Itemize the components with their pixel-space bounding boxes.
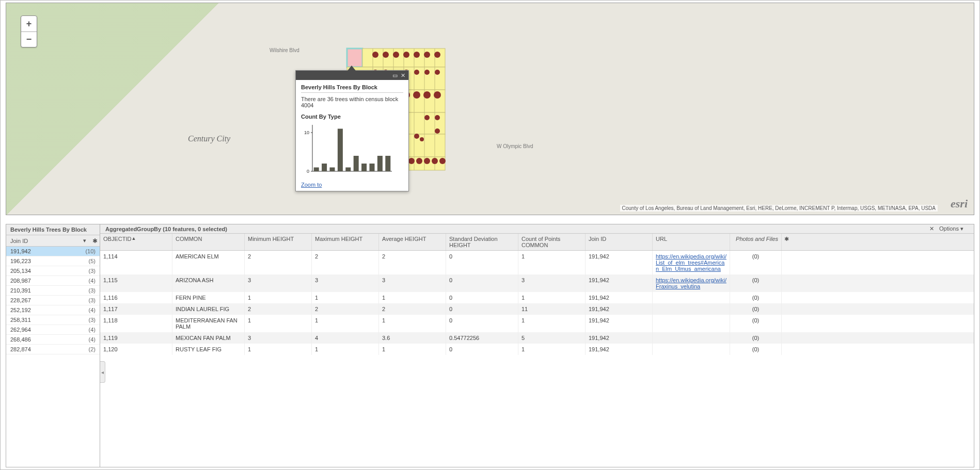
right-panel-title: AggregatedGroupBy (10 features, 0 select… [105, 226, 227, 232]
col-avg-height[interactable]: Average HEIGHT [379, 234, 446, 250]
cell-join: 191,942 [586, 303, 653, 315]
cell-max: 2 [312, 251, 379, 274]
cell-url: https://en.wikipedia.org/wiki/List_of_el… [653, 251, 730, 274]
map[interactable]: Century City Wilshire Blvd W Olympic Blv… [6, 3, 974, 215]
join-id-value: 252,192 [10, 307, 89, 313]
cell-photos: (0) [730, 292, 782, 303]
table-row[interactable]: 1,118MEDITERRANEAN FAN PALM11101191,942(… [100, 315, 974, 332]
col-std-height[interactable]: Standard Deviation HEIGHT [446, 234, 518, 250]
svg-rect-21 [347, 48, 362, 67]
zoom-in-button[interactable]: + [21, 16, 37, 31]
options-menu[interactable]: Options [939, 225, 963, 232]
col-min-height[interactable]: Minimum HEIGHT [245, 234, 312, 250]
cell-url [653, 303, 730, 315]
popup-maximize-icon[interactable]: ▭ [392, 72, 398, 79]
cell-count: 5 [518, 332, 586, 344]
count-value: (3) [89, 317, 96, 323]
list-item[interactable]: 228,267(3) [6, 296, 100, 305]
table-row[interactable]: 1,120RUSTY LEAF FIG11101191,942(0) [100, 344, 974, 355]
list-item[interactable]: 262,964(4) [6, 325, 100, 335]
cell-min: 3 [245, 274, 312, 292]
svg-point-55 [414, 134, 419, 139]
cell-common: FERN PINE [172, 292, 245, 303]
attribute-tables: Beverly Hills Trees By Block Join ID ▾ ✱… [6, 224, 974, 467]
list-item[interactable]: 282,874(2) [6, 345, 100, 354]
cell-std: 0 [446, 274, 518, 292]
popup-close-icon[interactable]: ✕ [401, 72, 405, 79]
cell-common: INDIAN LAUREL FIG [172, 303, 245, 315]
panel-expand-handle[interactable]: ◂ [100, 361, 105, 383]
list-item[interactable]: 191,942(10) [6, 247, 100, 256]
count-value: (4) [89, 327, 96, 333]
svg-point-41 [434, 52, 440, 58]
right-close-icon[interactable]: ✕ [929, 225, 934, 232]
list-item[interactable]: 196,223(5) [6, 256, 100, 266]
col-max-height[interactable]: Maximum HEIGHT [312, 234, 379, 250]
gear-icon[interactable]: ✱ [90, 237, 100, 245]
svg-point-59 [416, 158, 422, 164]
cell-url [653, 332, 730, 344]
cell-max: 1 [312, 315, 379, 332]
svg-point-46 [424, 70, 430, 75]
cell-photos: (0) [730, 344, 782, 355]
col-objectid[interactable]: OBJECTID [100, 234, 172, 250]
join-id-value: 196,223 [10, 258, 89, 264]
col-url[interactable]: URL [653, 234, 730, 250]
list-item[interactable]: 252,192(4) [6, 305, 100, 315]
list-item[interactable]: 210,391(3) [6, 286, 100, 296]
table-row[interactable]: 1,119MEXICAN FAN PALM343.60.547722565191… [100, 332, 974, 344]
svg-point-35 [372, 52, 378, 58]
cell-photos: (0) [730, 274, 782, 292]
cell-std: 0 [446, 303, 518, 315]
left-col-join-id[interactable]: Join ID [6, 236, 79, 246]
map-attribution: County of Los Angeles, Bureau of Land Ma… [620, 205, 938, 212]
left-panel-title: Beverly Hills Trees By Block [6, 224, 100, 235]
svg-rect-75 [361, 164, 367, 171]
count-value: (2) [89, 346, 96, 352]
url-link[interactable]: https://en.wikipedia.org/wiki/List_of_el… [656, 253, 726, 272]
cell-avg: 1 [379, 344, 446, 355]
zoom-out-button[interactable]: − [21, 31, 37, 47]
col-common[interactable]: COMMON [172, 234, 245, 250]
chevron-down-icon[interactable]: ▾ [79, 235, 90, 246]
url-link[interactable]: https://en.wikipedia.org/wiki/Fraxinus_v… [656, 277, 726, 289]
app-root: Century City Wilshire Blvd W Olympic Blv… [0, 0, 980, 470]
svg-point-62 [439, 158, 446, 164]
svg-point-61 [432, 158, 438, 164]
popup-titlebar[interactable]: ▭ ✕ [296, 71, 408, 80]
list-item[interactable]: 258,311(3) [6, 315, 100, 325]
cell-url: https://en.wikipedia.org/wiki/Fraxinus_v… [653, 274, 730, 292]
col-join-id[interactable]: Join ID [586, 234, 653, 250]
right-panel-header: AggregatedGroupBy (10 features, 0 select… [100, 224, 974, 234]
left-list[interactable]: 191,942(10)196,223(5)205,134(3)208,987(4… [6, 247, 100, 467]
count-value: (3) [89, 268, 96, 274]
svg-point-39 [414, 52, 420, 58]
grid-body[interactable]: 1,114AMERICAN ELM22201191,942https://en.… [100, 251, 974, 467]
plus-icon[interactable]: ✱ [782, 234, 791, 250]
cell-common: MEDITERRANEAN FAN PALM [172, 315, 245, 332]
svg-text:0: 0 [307, 169, 309, 174]
svg-rect-70 [322, 164, 327, 171]
svg-point-60 [424, 158, 430, 164]
table-row[interactable]: 1,115ARIZONA ASH33303191,942https://en.w… [100, 274, 974, 292]
svg-point-56 [420, 137, 424, 141]
svg-point-57 [435, 128, 440, 134]
table-row[interactable]: 1,116FERN PINE11101191,942(0) [100, 292, 974, 303]
map-label-olympic: W Olympic Blvd [497, 143, 533, 149]
popup-summary: There are 36 trees within census block 4… [301, 96, 403, 108]
col-count-points[interactable]: Count of Points COMMON [518, 234, 586, 250]
count-value: (3) [89, 287, 96, 294]
list-item[interactable]: 205,134(3) [6, 266, 100, 276]
popup-zoom-to-link[interactable]: Zoom to [301, 182, 322, 188]
map-feature-layer[interactable] [6, 3, 974, 215]
list-item[interactable]: 208,987(4) [6, 276, 100, 286]
count-value: (4) [89, 307, 96, 313]
list-item[interactable]: 268,486(4) [6, 335, 100, 345]
table-row[interactable]: 1,117INDIAN LAUREL FIG222011191,942(0) [100, 303, 974, 315]
svg-rect-78 [385, 156, 390, 171]
cell-min: 1 [245, 315, 312, 332]
cell-objectid: 1,115 [100, 274, 172, 292]
svg-rect-73 [345, 168, 351, 172]
table-row[interactable]: 1,114AMERICAN ELM22201191,942https://en.… [100, 251, 974, 274]
col-photos[interactable]: Photos and Files [730, 234, 782, 250]
